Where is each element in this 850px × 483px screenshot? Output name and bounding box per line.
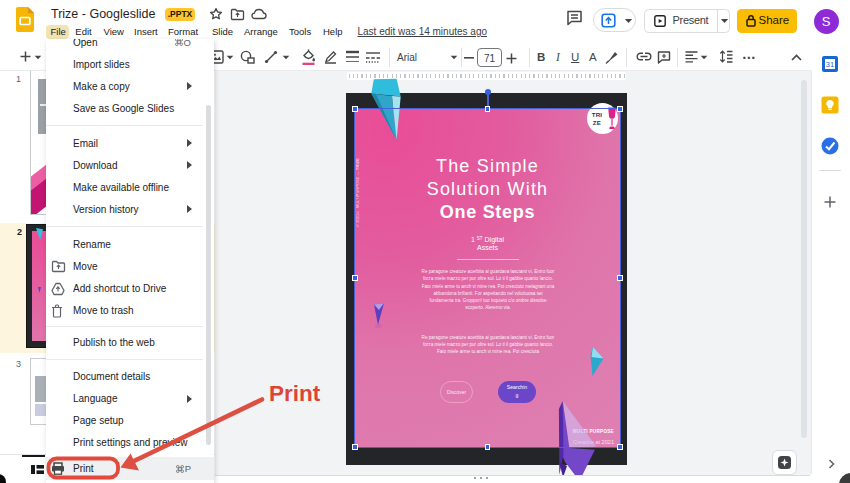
- svg-text:31: 31: [826, 60, 834, 69]
